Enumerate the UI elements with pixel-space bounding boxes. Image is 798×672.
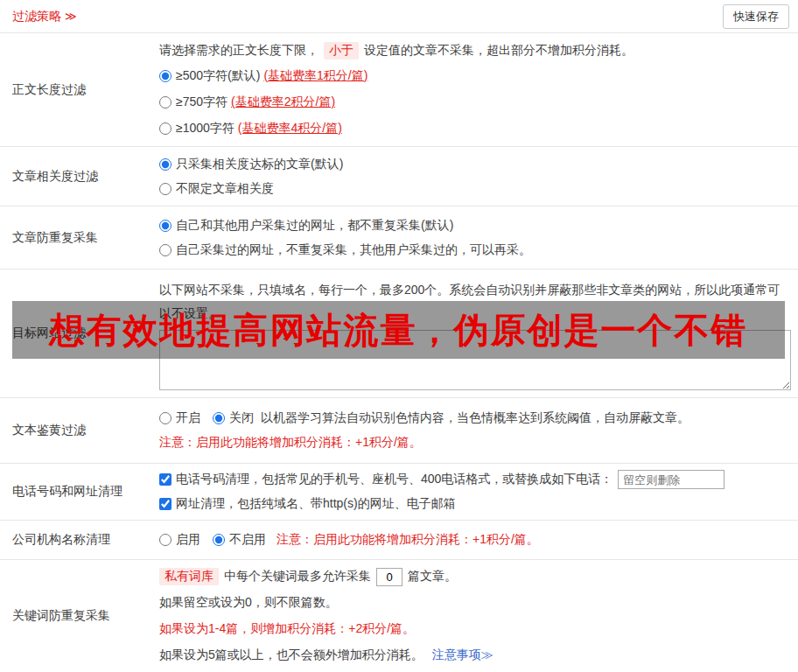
page-header: 过滤策略 ≫ 快速保存 — [0, 0, 798, 33]
radio-label-company-off: 不启用 — [229, 532, 266, 548]
radio-option-750[interactable]: ≥750字符 — [159, 94, 228, 110]
radio-label-relevance-any: 不限定文章相关度 — [176, 181, 274, 197]
radio-input-dedupe-self[interactable] — [159, 244, 172, 256]
porn-filter-note: 注意：启用此功能将增加积分消耗：+1积分/篇。 — [159, 430, 789, 455]
company-clean-note: 注意：启用此功能将增加积分消耗：+1积分/篇。 — [276, 532, 539, 548]
porn-filter-desc: 以机器学习算法自动识别色情内容，当色情概率达到系统阈值，自动屏蔽文章。 — [261, 410, 690, 426]
row-company-clean: 公司机构名称清理 启用 不启用 注意：启用此功能将增加积分消耗：+1积分/篇。 — [0, 521, 798, 560]
fee-note-500: (基础费率1积分/篇) — [263, 68, 368, 84]
double-chevron-icon[interactable]: ≫ — [65, 10, 77, 23]
checkbox-input-url-clean[interactable] — [159, 498, 172, 510]
radio-label-1000: ≥1000字符 — [176, 121, 234, 136]
radio-option-company-on[interactable]: 启用 — [159, 532, 200, 548]
replacement-phone-input[interactable] — [618, 470, 724, 489]
radio-input-porn-off[interactable] — [213, 412, 225, 424]
radio-label-company-on: 启用 — [176, 532, 200, 548]
company-clean-label: 公司机构名称清理 — [0, 521, 147, 559]
radio-option-relevance-any[interactable]: 不限定文章相关度 — [159, 181, 274, 197]
radio-option-porn-on[interactable]: 开启 — [159, 410, 200, 426]
length-option-row-750: ≥750字符 (基础费率2积分/篇) — [159, 89, 789, 116]
watermark-overlay: 想有效地提高网站流量，伪原创是一个不错 — [12, 301, 785, 359]
keyword-dedupe-label: 关键词防重复采集 — [0, 560, 147, 672]
radio-label-750: ≥750字符 — [176, 94, 228, 110]
radio-option-porn-off[interactable]: 关闭 — [213, 410, 254, 426]
radio-input-relevance-strict[interactable] — [159, 158, 172, 171]
length-option-row-1000: ≥1000字符 (基础费率4积分/篇) — [159, 116, 789, 142]
radio-option-500[interactable]: ≥500字符(默认) — [159, 68, 260, 84]
page-title: 过滤策略 — [12, 9, 61, 24]
intro-pre: 请选择需求的正文长度下限， — [159, 43, 318, 59]
row-keyword-dedupe: 关键词防重复采集 私有词库 中每个关键词最多允许采集 篇文章。 如果留空或设为0… — [0, 560, 798, 672]
keyword-note-five: 如果设为5篇或以上，也不会额外增加积分消耗。 注意事项≫ — [159, 642, 789, 668]
keyword-note-fee: 如果设为1-4篇，则增加积分消耗：+2积分/篇。 — [159, 616, 789, 642]
keyword-limit-end: 篇文章。 — [408, 569, 457, 584]
radio-input-porn-on[interactable] — [159, 412, 172, 424]
row-relevance-filter: 文章相关度过滤 只采集相关度达标的文章(默认) 不限定文章相关度 — [0, 147, 798, 206]
radio-option-dedupe-all[interactable]: 自己和其他用户采集过的网址，都不重复采集(默认) — [159, 218, 453, 234]
radio-input-750[interactable] — [159, 96, 172, 108]
notice-link[interactable]: 注意事项≫ — [432, 648, 494, 663]
radio-label-dedupe-all: 自己和其他用户采集过的网址，都不重复采集(默认) — [176, 218, 453, 234]
radio-label-porn-off: 关闭 — [229, 410, 254, 426]
private-lexicon-highlight: 私有词库 — [159, 568, 219, 585]
keyword-limit-text: 中每个关键词最多允许采集 — [224, 569, 371, 584]
quick-save-button[interactable]: 快速保存 — [723, 4, 789, 29]
row-dedupe-filter: 文章防重复采集 自己和其他用户采集过的网址，都不重复采集(默认) 自己采集过的网… — [0, 206, 798, 270]
radio-input-dedupe-all[interactable] — [159, 220, 172, 232]
porn-filter-label: 文本鉴黄过滤 — [0, 398, 147, 463]
row-length-filter: 正文长度过滤 请选择需求的正文长度下限， 小于 设定值的文章不采集，超出部分不增… — [0, 33, 798, 147]
keyword-note-zero: 如果留空或设为0，则不限篇数。 — [159, 590, 789, 616]
radio-label-dedupe-self: 自己采集过的网址，不重复采集，其他用户采集过的，可以再采。 — [176, 242, 531, 258]
dedupe-filter-label: 文章防重复采集 — [0, 206, 147, 269]
less-than-highlight: 小于 — [324, 42, 359, 60]
phone-url-clean-label: 电话号码和网址清理 — [0, 464, 147, 520]
radio-label-porn-on: 开启 — [176, 410, 200, 426]
checkbox-option-phone-clean[interactable]: 电话号码清理，包括常见的手机号、座机号、400电话格式，或替换成如下电话： — [159, 472, 612, 487]
radio-input-company-off[interactable] — [213, 534, 225, 546]
radio-option-1000[interactable]: ≥1000字符 — [159, 121, 234, 136]
radio-input-1000[interactable] — [159, 122, 172, 135]
watermark-text: 想有效地提高网站流量，伪原创是一个不错 — [50, 306, 748, 354]
length-filter-label: 正文长度过滤 — [0, 33, 147, 146]
radio-label-relevance-strict: 只采集相关度达标的文章(默认) — [176, 157, 343, 172]
radio-option-dedupe-self[interactable]: 自己采集过的网址，不重复采集，其他用户采集过的，可以再采。 — [159, 242, 531, 258]
keyword-count-input[interactable] — [376, 568, 402, 586]
checkbox-input-phone-clean[interactable] — [159, 473, 172, 486]
keyword-note-five-text: 如果设为5篇或以上，也不会额外增加积分消耗。 — [159, 648, 424, 663]
row-phone-url-clean: 电话号码和网址清理 电话号码清理，包括常见的手机号、座机号、400电话格式，或替… — [0, 464, 798, 521]
radio-input-company-on[interactable] — [159, 534, 172, 546]
length-filter-intro: 请选择需求的正文长度下限， 小于 设定值的文章不采集，超出部分不增加积分消耗。 — [159, 38, 789, 63]
radio-option-relevance-strict[interactable]: 只采集相关度达标的文章(默认) — [159, 157, 343, 172]
intro-post: 设定值的文章不采集，超出部分不增加积分消耗。 — [364, 43, 634, 59]
radio-input-500[interactable] — [159, 70, 172, 82]
radio-input-relevance-any[interactable] — [159, 183, 172, 195]
checkbox-option-url-clean[interactable]: 网址清理，包括纯域名、带http(s)的网址、电子邮箱 — [159, 496, 456, 512]
length-option-row-500: ≥500字符(默认) (基础费率1积分/篇) — [159, 63, 789, 89]
radio-option-company-off[interactable]: 不启用 — [213, 532, 266, 548]
fee-note-750: (基础费率2积分/篇) — [231, 94, 335, 110]
radio-label-500: ≥500字符(默认) — [176, 68, 260, 84]
fee-note-1000: (基础费率4积分/篇) — [238, 121, 342, 136]
keyword-limit-line: 私有词库 中每个关键词最多允许采集 篇文章。 — [159, 564, 789, 590]
relevance-filter-label: 文章相关度过滤 — [0, 147, 147, 206]
checkbox-label-url-clean: 网址清理，包括纯域名、带http(s)的网址、电子邮箱 — [176, 496, 456, 512]
row-porn-filter: 文本鉴黄过滤 开启 关闭 以机器学习算法自动识别色情内容，当色情概率达到系统阈值… — [0, 398, 798, 464]
checkbox-label-phone-clean: 电话号码清理，包括常见的手机号、座机号、400电话格式，或替换成如下电话： — [176, 472, 612, 487]
